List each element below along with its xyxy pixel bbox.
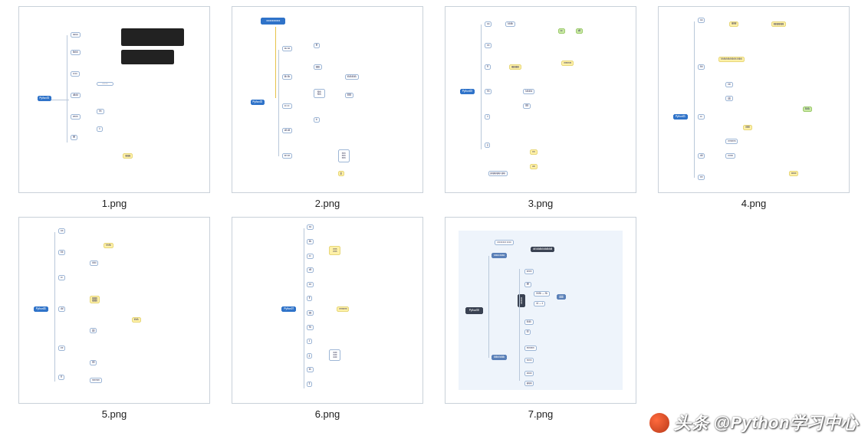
mindmap-root: Python02 bbox=[251, 100, 265, 105]
thumbnail-filename[interactable]: 6.png bbox=[315, 408, 340, 420]
thumbnail-image[interactable]: xxxxxxxxxxxx Python02 aa aa bb bb cc cc … bbox=[232, 6, 423, 193]
thumbnail-filename[interactable]: 3.png bbox=[528, 198, 554, 209]
thumbnail-image[interactable]: Python08 aaaa aaaa bbbb bbbb cccccccc cc… bbox=[445, 217, 636, 404]
watermark-prefix: 头条 bbox=[674, 411, 709, 434]
mindmap-root: Python05 bbox=[673, 114, 688, 120]
watermark-logo-icon bbox=[649, 413, 669, 433]
mindmap-preview: xxxxxxxxxxxx Python02 aa aa bb bb cc cc … bbox=[240, 11, 415, 188]
mindmap-root: Python08 bbox=[465, 307, 483, 314]
mindmap-preview: Python08 aaaa aaaa bbbb bbbb cccccccc cc… bbox=[459, 231, 622, 390]
watermark: 头条 @Python学习中心 bbox=[649, 411, 859, 434]
thumbnail-cell: xxxxxxxxxxxx Python02 aa aa bb bb cc cc … bbox=[229, 6, 426, 209]
thumbnail-grid: Python01 aaaa bbbb cccc dddd eeee ffff g… bbox=[0, 0, 868, 428]
thumbnail-cell: Python06 aa bb cc dd ee ff gggggggg hhhh… bbox=[15, 217, 213, 420]
thumbnail-image[interactable]: Python05 aa bb cc dd ee ffffffff ggggggg… bbox=[658, 6, 850, 193]
mindmap-root: Python01 bbox=[38, 96, 52, 101]
thumbnail-filename[interactable]: 4.png bbox=[741, 198, 767, 209]
mindmap-root: Python06 bbox=[34, 306, 48, 312]
thumbnail-image[interactable]: Python01 aaaa bbbb cccc dddd eeee ffff g… bbox=[18, 6, 210, 193]
thumbnail-cell: Python03 aa bbbb cc dd ee ff gggggg hh i… bbox=[442, 6, 639, 209]
thumbnail-cell: Python07 aa bb cc dd ee ff gg hh ii jj k… bbox=[229, 217, 426, 420]
thumbnail-filename[interactable]: 1.png bbox=[102, 198, 127, 209]
mindmap-root: Python07 bbox=[281, 306, 296, 312]
mindmap-preview: Python07 aa bb cc dd ee ff gg hh ii jj k… bbox=[280, 221, 375, 399]
mindmap-root: Python03 bbox=[460, 89, 475, 94]
mindmap-preview: Python05 aa bb cc dd ee ffffffff ggggggg… bbox=[666, 11, 841, 188]
watermark-handle: @Python学习中心 bbox=[713, 411, 859, 434]
thumbnail-cell: Python01 aaaa bbbb cccc dddd eeee ffff g… bbox=[15, 6, 213, 209]
thumbnail-image[interactable]: Python07 aa bb cc dd ee ff gg hh ii jj k… bbox=[232, 217, 423, 404]
mindmap-preview: Python01 aaaa bbbb cccc dddd eeee ffff g… bbox=[27, 11, 202, 188]
thumbnail-image[interactable]: Python06 aa bb cc dd ee ff gggggggg hhhh… bbox=[18, 217, 210, 404]
thumbnail-cell: Python05 aa bb cc dd ee ffffffff ggggggg… bbox=[655, 6, 853, 209]
thumbnail-image[interactable]: Python03 aa bbbb cc dd ee ff gggggg hh i… bbox=[445, 6, 636, 193]
mindmap-preview: Python03 aa bbbb cc dd ee ff gggggg hh i… bbox=[453, 11, 628, 188]
thumbnail-cell: Python08 aaaa aaaa bbbb bbbb cccccccc cc… bbox=[442, 217, 639, 420]
thumbnail-filename[interactable]: 7.png bbox=[528, 408, 554, 420]
thumbnail-filename[interactable]: 2.png bbox=[315, 198, 340, 209]
thumbnail-filename[interactable]: 5.png bbox=[102, 408, 127, 420]
mindmap-preview: Python06 aa bb cc dd ee ff gggggggg hhhh… bbox=[27, 221, 202, 399]
